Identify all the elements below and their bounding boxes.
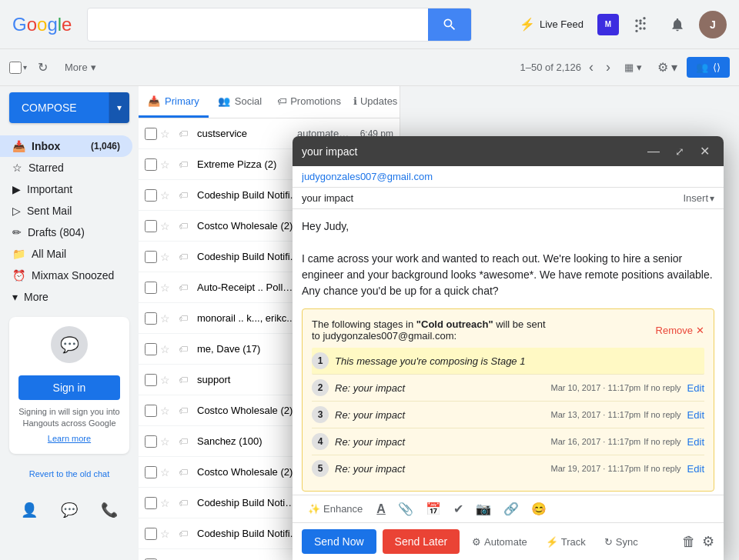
select-all-checkbox[interactable] xyxy=(9,62,22,74)
nav-item-sent[interactable]: ▷ Sent Mail xyxy=(0,200,132,222)
nav-item-mixmax[interactable]: ⏰ Mixmax Snoozed xyxy=(0,265,132,286)
star-icon[interactable]: ☆ xyxy=(160,466,176,478)
star-icon[interactable]: ☆ xyxy=(160,374,176,386)
minimize-button[interactable]: — xyxy=(643,142,664,160)
star-icon[interactable]: ☆ xyxy=(160,528,176,540)
nav-item-all[interactable]: 📁 All Mail xyxy=(0,243,132,265)
search-input[interactable] xyxy=(88,18,428,32)
expand-button[interactable]: ⤢ xyxy=(670,142,689,160)
revert-link[interactable]: Revert to the old chat xyxy=(0,463,139,485)
mixmax-nav-icon: ⏰ xyxy=(12,269,25,282)
learn-more-link[interactable]: Learn more xyxy=(18,433,120,445)
promotions-tab-label: Promotions xyxy=(290,95,341,107)
sign-in-button[interactable]: Sign in xyxy=(18,375,120,400)
nav-item-important[interactable]: ▶ Important xyxy=(0,178,132,200)
phone-icon[interactable]: 📞 xyxy=(96,497,122,523)
view-toggle-button[interactable]: ▦ ▾ xyxy=(618,58,648,76)
row-checkbox[interactable] xyxy=(145,189,157,202)
star-icon[interactable]: ☆ xyxy=(160,435,176,448)
send-now-button[interactable]: Send Now xyxy=(302,529,376,554)
star-icon[interactable]: ☆ xyxy=(160,251,176,263)
format-button[interactable]: A xyxy=(372,499,390,519)
notification-button[interactable] xyxy=(662,9,693,40)
compose-button[interactable]: COMPOSE xyxy=(9,92,109,123)
star-icon[interactable]: ☆ xyxy=(160,158,176,171)
row-checkbox[interactable] xyxy=(145,158,157,171)
sender-name: Codeship Build Notifi.. xyxy=(197,528,297,539)
hangouts-icon[interactable]: 💬 xyxy=(56,497,82,523)
tab-primary[interactable]: 📥 Primary xyxy=(139,86,209,118)
row-checkbox[interactable] xyxy=(145,528,157,540)
row-checkbox[interactable] xyxy=(145,343,157,355)
compose-split-button[interactable]: ▾ xyxy=(109,92,129,123)
insert-chevron-icon[interactable]: ▾ xyxy=(710,193,714,204)
select-dropdown-button[interactable]: ▾ xyxy=(22,62,28,73)
sync-icon: ↻ xyxy=(604,536,613,548)
compose-body[interactable]: Hey Judy, I came across your work and wa… xyxy=(293,209,724,308)
search-button[interactable] xyxy=(428,8,471,42)
tab-social[interactable]: 👥 Social xyxy=(209,86,271,118)
nav-item-drafts[interactable]: ✏ Drafts (804) xyxy=(0,222,132,243)
attach-button[interactable]: 📎 xyxy=(393,498,418,519)
track-button[interactable]: ⚡ Track xyxy=(540,533,592,551)
important-label: Important xyxy=(27,183,72,195)
photo-button[interactable]: 📷 xyxy=(471,498,496,519)
nav-item-more[interactable]: ▾ More xyxy=(0,286,132,308)
people-button[interactable]: 👥 ⟨⟩ xyxy=(687,57,730,78)
person-icon[interactable]: 👤 xyxy=(16,497,42,523)
sender-name: custservice xyxy=(197,128,297,139)
google-logo[interactable]: Google xyxy=(12,14,72,35)
refresh-button[interactable]: ↻ xyxy=(32,57,54,78)
more-button[interactable]: More ▾ xyxy=(57,58,104,76)
compose-subject-input[interactable] xyxy=(302,192,683,204)
compose-wrapper: COMPOSE ▾ xyxy=(9,92,129,123)
stage-4-edit[interactable]: Edit xyxy=(687,436,704,448)
remove-button[interactable]: Remove ✕ xyxy=(656,325,704,336)
star-icon[interactable]: ☆ xyxy=(160,189,176,202)
row-checkbox[interactable] xyxy=(145,435,157,448)
emoji-button[interactable]: 😊 xyxy=(527,498,551,519)
link-button[interactable]: 🔗 xyxy=(499,498,523,519)
row-checkbox[interactable] xyxy=(145,374,157,386)
sync-button[interactable]: ↻ Sync xyxy=(598,533,644,551)
row-checkbox[interactable] xyxy=(145,220,157,232)
tab-promotions[interactable]: 🏷 Promotions xyxy=(271,86,347,118)
app-grid-button[interactable] xyxy=(625,9,656,40)
insert-label[interactable]: Insert xyxy=(683,192,708,204)
send-later-button[interactable]: Send Later xyxy=(383,529,460,554)
enhance-button[interactable]: ✨ Enhance xyxy=(302,500,369,518)
stage-5-edit[interactable]: Edit xyxy=(687,463,704,475)
star-icon[interactable]: ☆ xyxy=(160,220,176,232)
row-checkbox[interactable] xyxy=(145,497,157,509)
live-feed-btn[interactable]: ⚡ Live Feed xyxy=(512,12,591,36)
close-button[interactable]: ✕ xyxy=(695,142,714,160)
settings-button[interactable]: ⚙ ▾ xyxy=(651,57,684,78)
calendar-button[interactable]: 📅 xyxy=(421,498,446,519)
stage-2-edit[interactable]: Edit xyxy=(687,382,704,394)
prev-page-button[interactable]: ‹ xyxy=(584,56,598,78)
star-icon[interactable]: ☆ xyxy=(160,497,176,509)
row-checkbox[interactable] xyxy=(145,312,157,325)
avatar-button[interactable]: J xyxy=(699,11,727,38)
row-checkbox[interactable] xyxy=(145,128,157,140)
star-icon[interactable]: ☆ xyxy=(160,282,176,294)
tab-updates[interactable]: ℹ Updates xyxy=(347,86,400,118)
star-icon[interactable]: ☆ xyxy=(160,312,176,325)
row-checkbox[interactable] xyxy=(145,405,157,417)
mixmax-logo[interactable]: M xyxy=(597,14,619,35)
more-compose-options-button[interactable]: ⚙ xyxy=(702,533,714,550)
automate-button[interactable]: ⚙ Automate xyxy=(466,533,533,551)
star-icon[interactable]: ☆ xyxy=(160,405,176,417)
compose-to-input[interactable] xyxy=(302,171,714,182)
check-button[interactable]: ✔ xyxy=(449,498,468,519)
row-checkbox[interactable] xyxy=(145,282,157,294)
stage-3-edit[interactable]: Edit xyxy=(687,409,704,421)
star-icon[interactable]: ☆ xyxy=(160,343,176,355)
row-checkbox[interactable] xyxy=(145,251,157,263)
row-checkbox[interactable] xyxy=(145,466,157,478)
star-icon[interactable]: ☆ xyxy=(160,128,176,140)
nav-item-inbox[interactable]: 📥 Inbox (1,046) xyxy=(0,135,132,157)
next-page-button[interactable]: › xyxy=(601,56,615,78)
delete-compose-button[interactable]: 🗑 xyxy=(682,533,696,550)
nav-item-starred[interactable]: ☆ Starred xyxy=(0,157,132,178)
